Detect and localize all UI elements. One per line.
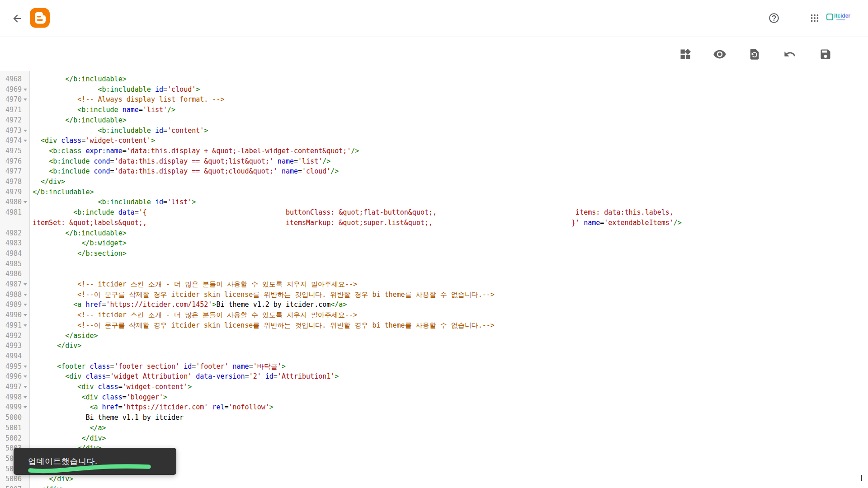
code-line-text[interactable]: itemSet: &quot;labels&quot;, itemsMarkup…: [33, 218, 682, 228]
code-line[interactable]: 4987 <!-- itcider 스킨 소개 - 더 많은 분들이 사용할 수…: [0, 279, 868, 290]
code-line-text[interactable]: <b:includable id='list'>: [33, 197, 196, 207]
code-line-text[interactable]: </b:includable>: [33, 74, 127, 84]
fold-arrow-icon[interactable]: [24, 201, 27, 203]
restore-template-button[interactable]: [744, 45, 765, 63]
code-line[interactable]: 4992 </aside>: [0, 331, 868, 341]
code-line-text[interactable]: </b:section>: [33, 249, 127, 259]
fold-arrow-icon[interactable]: [24, 99, 27, 101]
save-button[interactable]: [815, 45, 836, 63]
code-line[interactable]: 4975 <b:class expr:name='data:this.displ…: [0, 146, 868, 156]
code-line-text[interactable]: <!-- itcider 스킨 소개 - 더 많은 분들이 사용할 수 있도록 …: [33, 279, 357, 290]
code-line[interactable]: 5007 </div>: [0, 484, 868, 488]
fold-arrow-icon[interactable]: [24, 314, 27, 316]
fold-arrow-icon[interactable]: [24, 89, 27, 91]
code-line-text[interactable]: <b:include cond='data:this.display == &q…: [33, 156, 330, 167]
code-line[interactable]: 4982 </b:includable>: [0, 228, 868, 239]
code-line[interactable]: 5001 </a>: [0, 423, 868, 433]
code-line-text[interactable]: <b:class expr:name='data:this.display + …: [33, 146, 359, 156]
code-line-text[interactable]: <!--이 문구를 삭제할 경우 itcider skin license를 위…: [33, 290, 495, 300]
code-line[interactable]: 4994: [0, 351, 868, 361]
apps-grid-button[interactable]: [805, 8, 825, 28]
code-line[interactable]: 4979</b:includable>: [0, 187, 868, 197]
code-line[interactable]: 4999 <a href='https://itcider.com' rel='…: [0, 402, 868, 413]
back-button[interactable]: [7, 9, 27, 28]
code-line[interactable]: 4986: [0, 269, 868, 279]
code-line-text[interactable]: <a href='https://itcider.com' rel='nofol…: [33, 402, 274, 413]
code-line-text[interactable]: Bi theme v1.1 by itcider: [33, 413, 184, 423]
code-line-text[interactable]: <div class='widget-content'>: [33, 382, 192, 392]
code-line-text[interactable]: <footer class='footer section' id='foote…: [33, 361, 286, 372]
code-line-text[interactable]: </div>: [33, 474, 73, 484]
code-line-text[interactable]: <div class='widget-content'>: [33, 136, 155, 146]
account-avatar[interactable]: itcider: [826, 13, 850, 20]
fold-arrow-icon[interactable]: [24, 283, 27, 286]
fold-arrow-icon[interactable]: [24, 375, 27, 378]
fold-arrow-icon[interactable]: [24, 406, 27, 408]
code-line[interactable]: 5006 </div>: [0, 474, 868, 484]
code-line[interactable]: 4996 <div class='widget Attribution' dat…: [0, 371, 868, 382]
code-line[interactable]: 4988 <!--이 문구를 삭제할 경우 itcider skin licen…: [0, 290, 868, 300]
code-line-text[interactable]: <b:include name='list'/>: [33, 105, 175, 115]
code-line-text[interactable]: <!-- Always display list format. -->: [33, 94, 224, 105]
code-line[interactable]: 4981 <b:include data='{ buttonClass: &qu…: [0, 207, 868, 218]
code-line-text[interactable]: </a>: [33, 423, 106, 433]
fold-arrow-icon[interactable]: [24, 304, 27, 306]
code-line[interactable]: 4972 </b:includable>: [0, 115, 868, 126]
code-line[interactable]: 4989 <a href='https://itcider.com/1452'>…: [0, 300, 868, 310]
fold-arrow-icon[interactable]: [24, 140, 27, 142]
code-line-text[interactable]: <div class='widget Attribution' data-ver…: [33, 371, 339, 382]
code-line[interactable]: 4969 <b:includable id='cloud'>: [0, 84, 868, 95]
code-line-text[interactable]: <b:include cond='data:this.display == &q…: [33, 166, 339, 177]
undo-button[interactable]: [779, 45, 801, 63]
code-line-text[interactable]: <a href='https://itcider.com/1452'>Bi th…: [33, 300, 347, 310]
code-line[interactable]: 4973 <b:includable id='content'>: [0, 126, 868, 136]
code-editor[interactable]: 4968 </b:includable>4969 <b:includable i…: [0, 71, 868, 488]
code-line-text[interactable]: <!-- itcider 스킨 소개 - 더 많은 분들이 사용할 수 있도록 …: [33, 310, 357, 320]
code-line[interactable]: 4977 <b:include cond='data:this.display …: [0, 166, 868, 177]
code-line[interactable]: 4971 <b:include name='list'/>: [0, 105, 868, 115]
code-line-text[interactable]: </div>: [33, 177, 65, 187]
code-line-text[interactable]: </b:includable>: [33, 187, 94, 197]
code-line-text[interactable]: </div>: [33, 341, 81, 351]
fold-arrow-icon[interactable]: [24, 396, 27, 399]
fold-arrow-icon[interactable]: [24, 294, 27, 296]
preview-button[interactable]: [709, 45, 731, 63]
code-line[interactable]: 4984 </b:section>: [0, 249, 868, 259]
code-line[interactable]: 4978 </div>: [0, 177, 868, 187]
code-line[interactable]: itemSet: &quot;labels&quot;, itemsMarkup…: [0, 218, 868, 228]
code-line[interactable]: 4968 </b:includable>: [0, 74, 868, 84]
code-line[interactable]: 4991 <!--이 문구를 삭제할 경우 itcider skin licen…: [0, 320, 868, 331]
code-line-text[interactable]: <b:include data='{ buttonClass: &quot;fl…: [33, 207, 674, 218]
widgets-button[interactable]: [675, 45, 696, 63]
code-line[interactable]: 4985: [0, 259, 868, 269]
code-line-text[interactable]: <b:includable id='cloud'>: [33, 84, 200, 95]
code-line[interactable]: 4995 <footer class='footer section' id='…: [0, 361, 868, 372]
fold-arrow-icon[interactable]: [24, 130, 27, 132]
code-line[interactable]: 4990 <!-- itcider 스킨 소개 - 더 많은 분들이 사용할 수…: [0, 310, 868, 320]
code-line[interactable]: 4997 <div class='widget-content'>: [0, 382, 868, 392]
code-line[interactable]: 4980 <b:includable id='list'>: [0, 197, 868, 207]
code-line[interactable]: 4993 </div>: [0, 341, 868, 351]
code-line[interactable]: 4970 <!-- Always display list format. --…: [0, 94, 868, 105]
code-line[interactable]: 5002 </div>: [0, 433, 868, 444]
code-line-text[interactable]: </b:widget>: [33, 238, 127, 249]
code-line[interactable]: 4976 <b:include cond='data:this.display …: [0, 156, 868, 167]
code-line[interactable]: 4983 </b:widget>: [0, 238, 868, 249]
fold-arrow-icon[interactable]: [24, 324, 27, 327]
code-line-text[interactable]: <!--이 문구를 삭제할 경우 itcider skin license를 위…: [33, 320, 495, 331]
code-line-text[interactable]: </b:includable>: [33, 228, 127, 239]
code-line-text[interactable]: </div>: [33, 484, 65, 488]
code-line-text[interactable]: </b:includable>: [33, 115, 127, 126]
code-line-text[interactable]: </aside>: [33, 331, 98, 341]
fold-arrow-icon[interactable]: [24, 386, 27, 388]
code-line[interactable]: 4974 <div class='widget-content'>: [0, 136, 868, 146]
code-line[interactable]: 4998 <div class='blogger'>: [0, 392, 868, 403]
code-line-text[interactable]: <div class='blogger'>: [33, 392, 167, 403]
line-number: 5006: [0, 474, 22, 484]
code-line-text[interactable]: </div>: [33, 433, 106, 444]
code-line[interactable]: 5000 Bi theme v1.1 by itcider: [0, 413, 868, 423]
code-line-text[interactable]: <b:includable id='content'>: [33, 126, 208, 136]
fold-arrow-icon[interactable]: [24, 366, 27, 368]
help-button[interactable]: [764, 8, 784, 28]
itcider-logo-icon: [826, 14, 833, 20]
